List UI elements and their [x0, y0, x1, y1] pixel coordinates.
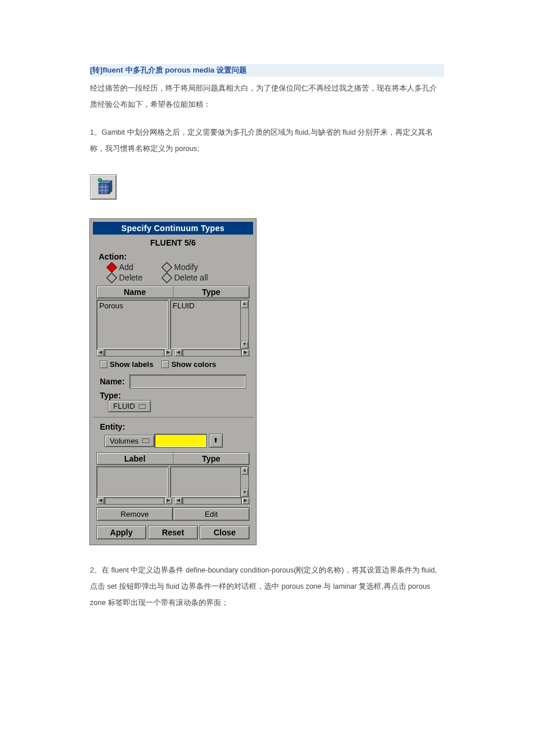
- col-header-name: Name: [97, 286, 174, 298]
- scroll-down-icon-2[interactable]: ▼: [241, 489, 248, 497]
- radio-delete[interactable]: Delete: [108, 273, 163, 282]
- name-field-label: Name:: [100, 377, 125, 386]
- scroll-up-icon[interactable]: ▲: [241, 300, 248, 308]
- col-header-label: Label: [97, 453, 174, 465]
- mesh-volume-icon: [90, 174, 117, 200]
- dialog-title: Specify Continuum Types: [93, 222, 253, 235]
- scroll-up-icon-2[interactable]: ▲: [241, 467, 248, 475]
- name-input[interactable]: [129, 375, 246, 388]
- radio-delete-all[interactable]: Delete all: [163, 273, 218, 282]
- paragraph-2: 2。在 fluent 中定义边界条件 define-boundary condi…: [90, 562, 444, 611]
- type-field-label: Type:: [100, 391, 246, 400]
- specify-continuum-dialog: Specify Continuum Types FLUENT 5/6 Actio…: [90, 219, 256, 545]
- entity-select[interactable]: Volumes: [104, 435, 154, 447]
- article-title: [转]fluent 中多孔介质 porous media 设置问题: [90, 66, 247, 74]
- show-colors-checkbox[interactable]: [161, 361, 169, 368]
- show-colors-label: Show colors: [171, 360, 216, 369]
- reset-button[interactable]: Reset: [148, 525, 198, 539]
- radio-modify[interactable]: Modify: [163, 262, 218, 272]
- show-labels-label: Show labels: [110, 360, 153, 369]
- scrollbar-h-left[interactable]: ◀▶: [96, 349, 172, 357]
- scrollbar-h-right-2[interactable]: ◀▶: [174, 497, 250, 505]
- show-labels-checkbox[interactable]: [100, 361, 107, 368]
- type-list-2[interactable]: ▲ ▼: [170, 466, 242, 498]
- remove-button[interactable]: Remove: [96, 507, 173, 521]
- col-header-type2: Type: [174, 453, 250, 465]
- entity-label: Entity:: [100, 422, 246, 431]
- radio-add[interactable]: Add: [108, 262, 163, 272]
- name-list[interactable]: Porous: [96, 300, 168, 350]
- apply-button[interactable]: Apply: [96, 525, 146, 539]
- scrollbar-h-right[interactable]: ◀▶: [174, 349, 250, 357]
- scrollbar-v-2[interactable]: ▲ ▼: [240, 466, 249, 498]
- scrollbar-h-left-2[interactable]: ◀▶: [96, 497, 172, 505]
- type-list[interactable]: FLUID ▲ ▼: [170, 300, 242, 350]
- up-button[interactable]: ⬆: [209, 434, 223, 448]
- title-bar: [转]fluent 中多孔介质 porous media 设置问题: [90, 64, 444, 77]
- paragraph-1: 1。Gambit 中划分网格之后，定义需要做为多孔介质的区域为 fluid,与缺…: [90, 124, 444, 157]
- intro-paragraph: 经过痛苦的一段经历，终于将局部问题真相大白，为了使保位同仁不再经过我之痛苦，现在…: [90, 80, 444, 113]
- scrollbar-v[interactable]: ▲ ▼: [240, 300, 249, 350]
- action-label: Action:: [99, 252, 250, 261]
- scroll-down-icon[interactable]: ▼: [241, 341, 248, 349]
- dialog-subtitle: FLUENT 5/6: [96, 238, 250, 247]
- entity-input[interactable]: [154, 434, 207, 448]
- svg-rect-0: [99, 183, 109, 194]
- type-select[interactable]: FLUID: [108, 400, 151, 412]
- label-list[interactable]: [96, 466, 168, 498]
- edit-button[interactable]: Edit: [173, 507, 250, 521]
- close-button[interactable]: Close: [200, 525, 250, 539]
- col-header-type: Type: [174, 286, 250, 298]
